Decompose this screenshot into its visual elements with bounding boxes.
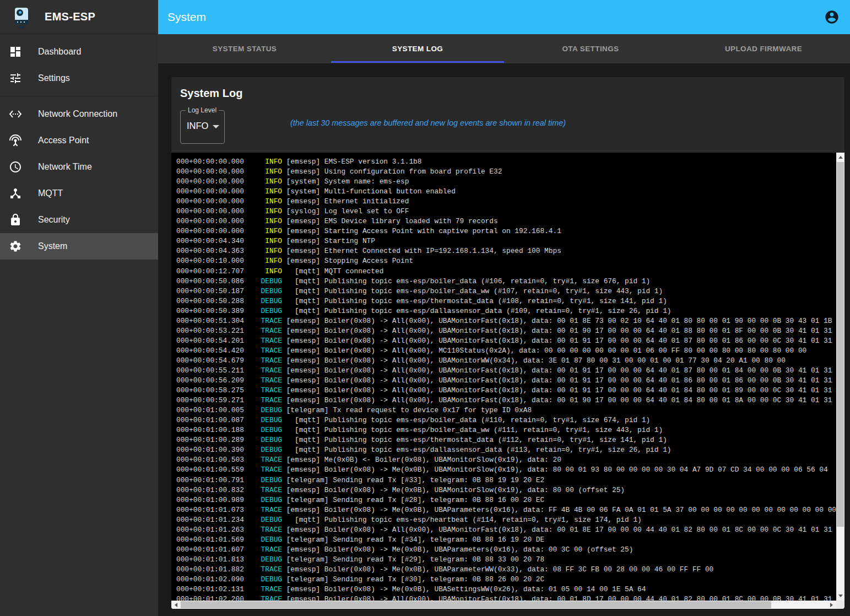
sidebar-item-label: MQTT — [38, 188, 63, 198]
chevron-down-icon — [213, 125, 219, 128]
log-line: 000+00:01:00.791 DEBUG [telegram] Sendin… — [176, 475, 836, 485]
card-title: System Log — [180, 87, 242, 100]
log-line: 000+00:00:50.086 DEBUG [mqtt] Publishing… — [176, 277, 836, 287]
log-line: 000+00:01:01.073 TRACE [emsesp] Boiler(0… — [176, 505, 836, 515]
log-line: 000+00:00:00.000 INFO [emsesp] EMS-ESP v… — [176, 157, 836, 167]
log-level-select[interactable]: Log Level INFO — [180, 110, 225, 144]
app-logo-icon — [15, 8, 28, 26]
log-line: 000+00:00:50.187 DEBUG [mqtt] Publishing… — [176, 287, 836, 296]
sidebar-nav-group-1: Dashboard Settings — [0, 34, 158, 91]
scrollbar-corner — [836, 601, 844, 609]
log-line: 000+00:01:02.090 DEBUG [telegram] Sendin… — [176, 575, 836, 585]
vertical-scrollbar[interactable] — [836, 153, 844, 601]
ethernet-icon — [9, 107, 22, 121]
app-logo-row: EMS-ESP — [0, 0, 158, 34]
log-line: 000+00:01:00.559 TRACE [emsesp] Boiler(0… — [176, 465, 836, 475]
log-line: 000+00:00:54.679 TRACE [emsesp] Boiler(0… — [176, 356, 836, 366]
log-line: 000+00:00:12.707 INFO [mqtt] MQTT connec… — [176, 267, 836, 277]
log-line: 000+00:01:01.813 DEBUG [telegram] Sendin… — [176, 555, 836, 565]
sidebar-item-security[interactable]: Security — [0, 207, 158, 233]
sidebar-item-mqtt[interactable]: MQTT — [0, 180, 158, 207]
sidebar-divider — [0, 96, 158, 96]
lock-icon — [9, 213, 22, 226]
log-line: 000+00:01:01.263 TRACE [emsesp] Boiler(0… — [176, 525, 836, 535]
sidebar-item-label: Security — [38, 215, 70, 225]
log-line: 000+00:00:53.221 TRACE [emsesp] Boiler(0… — [176, 326, 836, 336]
log-line: 000+00:01:00.188 DEBUG [mqtt] Publishing… — [176, 425, 836, 435]
sidebar: EMS-ESP Dashboard Settings Network Conne… — [0, 0, 158, 616]
sidebar-item-label: Network Connection — [38, 109, 117, 119]
sidebar-item-label: Settings — [38, 73, 70, 83]
appbar: System — [158, 0, 850, 34]
log-line: 000+00:00:58.275 TRACE [emsesp] Boiler(0… — [176, 386, 836, 396]
log-line: 000+00:00:00.000 INFO [emsesp] Ethernet … — [176, 197, 836, 207]
antenna-icon — [9, 134, 22, 147]
tab-ota-settings[interactable]: OTA SETTINGS — [504, 34, 677, 63]
log-line: 000+00:01:00.087 DEBUG [mqtt] Publishing… — [176, 415, 836, 425]
log-line: 000+00:00:00.000 INFO [system] Multi-fun… — [176, 187, 836, 197]
clock-icon — [9, 160, 22, 174]
log-console: 000+00:00:00.000 INFO [emsesp] EMS-ESP v… — [171, 153, 844, 609]
log-line: 000+00:00:10.000 INFO [emsesp] Stopping … — [176, 256, 836, 266]
log-line: 000+00:01:01.234 DEBUG [mqtt] Publishing… — [176, 515, 836, 525]
log-line: 000+00:00:56.209 TRACE [emsesp] Boiler(0… — [176, 376, 836, 386]
sidebar-item-network-time[interactable]: Network Time — [0, 154, 158, 180]
log-line: 000+00:01:02.131 TRACE [emsesp] Boiler(0… — [176, 585, 836, 595]
scroll-down-button[interactable] — [836, 591, 844, 601]
sidebar-item-label: Access Point — [38, 136, 89, 145]
log-line: 000+00:01:01.569 DEBUG [telegram] Sendin… — [176, 535, 836, 545]
system-log-card: System Log Log Level INFO (the last 30 m… — [171, 77, 844, 609]
horizontal-scroll-thumb[interactable] — [181, 601, 771, 608]
log-line: 000+00:00:00.000 INFO [emsesp] EMS Devic… — [176, 217, 836, 226]
sidebar-item-label: Dashboard — [38, 47, 81, 57]
log-line: 000+00:01:00.289 DEBUG [mqtt] Publishing… — [176, 435, 836, 445]
log-note: (the last 30 messages are buffered and n… — [290, 118, 566, 127]
scroll-up-button[interactable] — [836, 153, 844, 162]
sidebar-item-access-point[interactable]: Access Point — [0, 127, 158, 154]
app-title: EMS-ESP — [45, 10, 95, 23]
log-line: 000+00:00:54.201 TRACE [emsesp] Boiler(0… — [176, 336, 836, 346]
page-title: System — [167, 10, 206, 24]
tab-system-status[interactable]: SYSTEM STATUS — [158, 34, 331, 63]
dashboard-icon — [9, 45, 22, 58]
log-line: 000+00:01:00.989 DEBUG [telegram] Sendin… — [176, 495, 836, 505]
log-line: 000+00:00:54.420 TRACE [emsesp] Boiler(0… — [176, 346, 836, 356]
gear-icon — [9, 240, 22, 253]
tab-upload-firmware[interactable]: UPLOAD FIRMWARE — [677, 34, 850, 63]
log-lines[interactable]: 000+00:00:00.000 INFO [emsesp] EMS-ESP v… — [171, 153, 836, 601]
tab-bar: SYSTEM STATUS SYSTEM LOG OTA SETTINGS UP… — [158, 34, 850, 63]
log-line: 000+00:01:00.005 DEBUG [telegram] Tx rea… — [176, 406, 836, 415]
log-line: 000+00:00:00.000 INFO [syslog] Log level… — [176, 207, 836, 217]
log-line: 000+00:00:55.211 TRACE [emsesp] Boiler(0… — [176, 366, 836, 376]
sidebar-item-label: System — [38, 241, 67, 251]
log-line: 000+00:00:51.304 TRACE [emsesp] Boiler(0… — [176, 316, 836, 326]
log-line: 000+00:00:04.340 INFO [emsesp] Starting … — [176, 236, 836, 246]
log-line: 000+00:00:59.271 TRACE [emsesp] Boiler(0… — [176, 396, 836, 406]
vertical-scroll-thumb[interactable] — [837, 162, 844, 527]
log-level-value: INFO — [187, 121, 208, 131]
sidebar-item-label: Network Time — [38, 162, 92, 172]
log-line: 000+00:00:00.000 INFO [emsesp] Using con… — [176, 167, 836, 177]
log-line: 000+00:00:50.288 DEBUG [mqtt] Publishing… — [176, 296, 836, 306]
sidebar-nav-group-2: Network Connection Access Point Network … — [0, 101, 158, 260]
log-line: 000+00:01:01.882 TRACE [emsesp] Boiler(0… — [176, 565, 836, 575]
scroll-left-button[interactable] — [171, 601, 181, 609]
log-line: 000+00:01:01.607 TRACE [emsesp] Boiler(0… — [176, 545, 836, 555]
sidebar-item-dashboard[interactable]: Dashboard — [0, 39, 158, 65]
log-line: 000+00:00:50.389 DEBUG [mqtt] Publishing… — [176, 306, 836, 316]
log-line: 000+00:00:04.363 INFO [emsesp] Ethernet … — [176, 246, 836, 256]
sidebar-item-settings[interactable]: Settings — [0, 65, 158, 91]
scroll-right-button[interactable] — [827, 601, 836, 609]
log-line: 000+00:01:00.390 DEBUG [mqtt] Publishing… — [176, 445, 836, 455]
sidebar-item-network-connection[interactable]: Network Connection — [0, 101, 158, 127]
log-level-label: Log Level — [186, 106, 219, 114]
account-circle-icon[interactable] — [824, 9, 840, 25]
log-line: 000+00:01:00.503 TRACE [emsesp] Me(0x0B)… — [176, 455, 836, 465]
log-line: 000+00:01:02.200 TRACE [emsesp] Boiler(0… — [176, 595, 836, 601]
device-hub-icon — [9, 187, 22, 200]
tab-system-log[interactable]: SYSTEM LOG — [331, 34, 504, 63]
sidebar-item-system[interactable]: System — [0, 233, 158, 260]
log-line: 000+00:01:00.832 TRACE [emsesp] Boiler(0… — [176, 485, 836, 495]
log-line: 000+00:00:00.000 INFO [emsesp] Starting … — [176, 226, 836, 236]
horizontal-scrollbar[interactable] — [171, 601, 836, 609]
